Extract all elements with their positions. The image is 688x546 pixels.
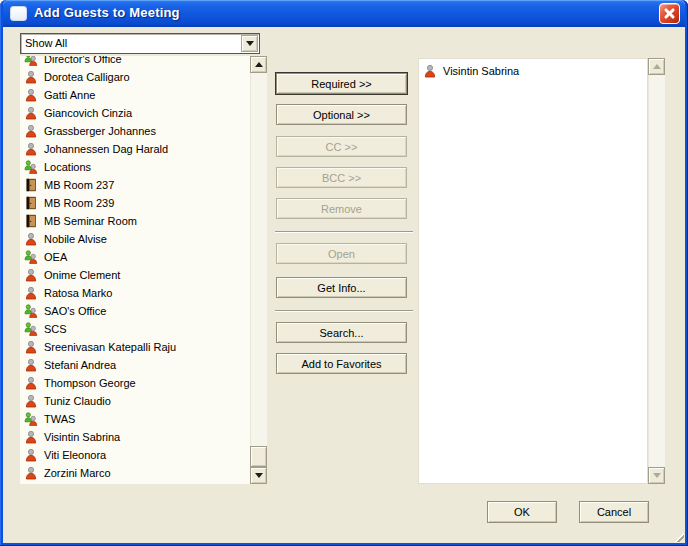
list-item-label: Grassberger Johannes — [44, 125, 156, 137]
list-item[interactable]: Onime Clement — [20, 266, 250, 284]
person-icon — [24, 106, 38, 120]
list-item[interactable]: Gatti Anne — [20, 86, 250, 104]
door-icon — [24, 178, 38, 192]
arrow-up-icon — [255, 62, 263, 67]
optional-button[interactable]: Optional >> — [276, 104, 407, 125]
remove-button[interactable]: Remove — [276, 198, 407, 219]
list-item[interactable]: MB Seminar Room — [20, 212, 250, 230]
list-item-label: Giancovich Cinzia — [44, 107, 132, 119]
window-title: Add Guests to Meeting — [34, 5, 180, 20]
door-icon — [24, 196, 38, 210]
dropdown-button[interactable] — [241, 35, 258, 52]
required-button[interactable]: Required >> — [276, 73, 407, 94]
list-item-label: Gatti Anne — [44, 89, 95, 101]
list-item[interactable]: Thompson George — [20, 374, 250, 392]
list-item[interactable]: Ratosa Marko — [20, 284, 250, 302]
scroll-down-button[interactable] — [250, 467, 267, 484]
person-icon — [24, 124, 38, 138]
group-icon — [24, 304, 38, 318]
open-button[interactable]: Open — [276, 243, 407, 264]
close-button[interactable] — [659, 3, 680, 24]
arrow-down-icon — [255, 473, 263, 478]
list-item[interactable]: MB Room 237 — [20, 176, 250, 194]
list-item[interactable]: Visintin Sabrina — [20, 428, 250, 446]
group-icon — [24, 412, 38, 426]
scroll-up-button[interactable] — [648, 58, 665, 75]
selected-guests-scrollbar[interactable] — [648, 58, 665, 484]
list-item[interactable]: SCS — [20, 320, 250, 338]
list-item-label: MB Room 239 — [44, 197, 114, 209]
list-item-label: Director's Office — [44, 56, 122, 65]
selected-guests-list[interactable]: Visintin Sabrina — [418, 58, 648, 484]
person-icon — [24, 340, 38, 354]
list-item-label: TWAS — [44, 413, 75, 425]
titlebar[interactable]: Add Guests to Meeting — [3, 0, 685, 27]
group-icon — [24, 250, 38, 264]
bcc-button[interactable]: BCC >> — [276, 167, 407, 188]
group-icon — [24, 322, 38, 336]
button-separator — [275, 310, 413, 312]
list-item[interactable]: Johannessen Dag Harald — [20, 140, 250, 158]
scroll-up-button[interactable] — [250, 56, 267, 73]
add-to-favorites-button[interactable]: Add to Favorites — [276, 353, 407, 374]
person-icon — [24, 70, 38, 84]
person-icon — [24, 286, 38, 300]
list-item-label: MB Seminar Room — [44, 215, 137, 227]
person-icon — [24, 448, 38, 462]
add-guests-dialog: Add Guests to Meeting Show All Director'… — [0, 0, 688, 546]
list-item[interactable]: Locations — [20, 158, 250, 176]
chevron-down-icon — [246, 41, 254, 46]
list-item[interactable]: Stefani Andrea — [20, 356, 250, 374]
show-filter-dropdown[interactable]: Show All — [20, 33, 260, 54]
list-item[interactable]: Tuniz Claudio — [20, 392, 250, 410]
arrow-up-icon — [653, 64, 661, 69]
list-item-label: Nobile Alvise — [44, 233, 107, 245]
list-item-label: Onime Clement — [44, 269, 120, 281]
list-item-label: OEA — [44, 251, 67, 263]
list-item[interactable]: Dorotea Calligaro — [20, 68, 250, 86]
scroll-down-button[interactable] — [648, 467, 665, 484]
resize-grip[interactable] — [670, 528, 684, 542]
list-item-label: Visintin Sabrina — [44, 431, 120, 443]
list-item[interactable]: MB Room 239 — [20, 194, 250, 212]
list-item[interactable]: Nobile Alvise — [20, 230, 250, 248]
group-icon — [24, 56, 38, 66]
list-item[interactable]: Sreenivasan Katepalli Raju — [20, 338, 250, 356]
dialog-body: Show All Director's Office Dorotea Calli… — [3, 27, 685, 543]
list-item[interactable]: Viti Eleonora — [20, 446, 250, 464]
cancel-button[interactable]: Cancel — [579, 501, 649, 523]
list-item[interactable]: TWAS — [20, 410, 250, 428]
list-item-label: Dorotea Calligaro — [44, 71, 130, 83]
scroll-thumb[interactable] — [250, 446, 267, 467]
window-icon — [10, 6, 27, 21]
list-item-label: MB Room 237 — [44, 179, 114, 191]
list-item-label: Zorzini Marco — [44, 467, 111, 479]
list-item[interactable]: Giancovich Cinzia — [20, 104, 250, 122]
directory-list-scrollbar[interactable] — [250, 56, 267, 484]
person-icon — [24, 232, 38, 246]
list-item[interactable]: SAO's Office — [20, 302, 250, 320]
get-info-button[interactable]: Get Info... — [276, 277, 407, 298]
list-item[interactable]: OEA — [20, 248, 250, 266]
door-icon — [24, 214, 38, 228]
list-item-label: Ratosa Marko — [44, 287, 112, 299]
list-item-label: Locations — [44, 161, 91, 173]
cc-button[interactable]: CC >> — [276, 136, 407, 157]
search-button[interactable]: Search... — [276, 322, 407, 343]
directory-list[interactable]: Director's Office Dorotea Calligaro Gatt… — [20, 56, 250, 484]
list-item[interactable]: Grassberger Johannes — [20, 122, 250, 140]
list-item-label: Stefani Andrea — [44, 359, 116, 371]
list-item-label: Viti Eleonora — [44, 449, 106, 461]
list-item[interactable]: Visintin Sabrina — [419, 62, 647, 80]
person-icon — [24, 466, 38, 480]
list-item-label: Tuniz Claudio — [44, 395, 111, 407]
person-icon — [24, 142, 38, 156]
list-item[interactable]: Director's Office — [20, 56, 250, 68]
person-icon — [24, 358, 38, 372]
person-icon — [423, 64, 437, 78]
ok-button[interactable]: OK — [487, 501, 557, 523]
list-item[interactable]: Zorzini Marco — [20, 464, 250, 482]
button-separator — [275, 231, 413, 233]
person-icon — [24, 88, 38, 102]
list-item-label: SAO's Office — [44, 305, 106, 317]
